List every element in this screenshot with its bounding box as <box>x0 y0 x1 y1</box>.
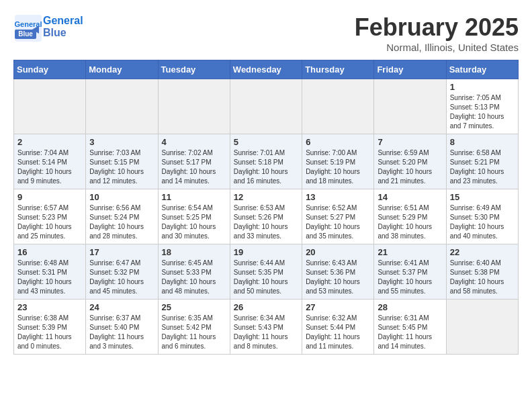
day-number: 19 <box>234 247 298 257</box>
month-title: February 2025 <box>355 13 519 42</box>
day-info: Sunrise: 7:02 AM Sunset: 5:17 PM Dayligh… <box>162 148 226 186</box>
calendar-cell: 26Sunrise: 6:34 AM Sunset: 5:43 PM Dayli… <box>230 300 302 355</box>
day-info: Sunrise: 6:32 AM Sunset: 5:44 PM Dayligh… <box>306 314 370 351</box>
day-number: 13 <box>306 192 370 202</box>
calendar-cell: 18Sunrise: 6:45 AM Sunset: 5:33 PM Dayli… <box>158 244 230 300</box>
calendar-cell: 6Sunrise: 7:00 AM Sunset: 5:19 PM Daylig… <box>302 134 374 189</box>
calendar-cell <box>14 79 86 134</box>
weekday-header-saturday: Saturday <box>446 60 518 79</box>
day-number: 14 <box>378 192 442 202</box>
weekday-header-sunday: Sunday <box>14 60 86 79</box>
day-number: 17 <box>89 247 154 257</box>
calendar-cell: 17Sunrise: 6:47 AM Sunset: 5:32 PM Dayli… <box>86 244 158 300</box>
calendar-cell: 3Sunrise: 7:03 AM Sunset: 5:15 PM Daylig… <box>86 134 158 189</box>
day-info: Sunrise: 7:03 AM Sunset: 5:15 PM Dayligh… <box>89 148 154 186</box>
day-info: Sunrise: 6:38 AM Sunset: 5:39 PM Dayligh… <box>17 314 82 351</box>
calendar-cell: 16Sunrise: 6:48 AM Sunset: 5:31 PM Dayli… <box>14 244 86 300</box>
day-number: 20 <box>306 247 370 257</box>
day-info: Sunrise: 6:51 AM Sunset: 5:29 PM Dayligh… <box>378 203 442 241</box>
weekday-header-friday: Friday <box>374 60 446 79</box>
day-number: 3 <box>89 137 154 147</box>
calendar-cell: 10Sunrise: 6:56 AM Sunset: 5:24 PM Dayli… <box>86 189 158 244</box>
day-number: 21 <box>378 247 442 257</box>
logo: General Blue General Blue <box>13 13 83 40</box>
svg-text:Blue: Blue <box>18 30 33 38</box>
day-number: 4 <box>162 137 226 147</box>
week-row-3: 9Sunrise: 6:57 AM Sunset: 5:23 PM Daylig… <box>14 189 519 244</box>
day-info: Sunrise: 6:31 AM Sunset: 5:45 PM Dayligh… <box>378 314 442 351</box>
day-number: 2 <box>17 137 82 147</box>
day-number: 9 <box>17 192 82 202</box>
calendar-cell <box>374 79 446 134</box>
day-info: Sunrise: 6:48 AM Sunset: 5:31 PM Dayligh… <box>17 259 82 296</box>
calendar-cell: 5Sunrise: 7:01 AM Sunset: 5:18 PM Daylig… <box>230 134 302 189</box>
calendar-cell: 27Sunrise: 6:32 AM Sunset: 5:44 PM Dayli… <box>302 300 374 355</box>
day-number: 8 <box>450 137 515 147</box>
day-number: 27 <box>306 302 370 312</box>
calendar-cell: 23Sunrise: 6:38 AM Sunset: 5:39 PM Dayli… <box>14 300 86 355</box>
day-number: 22 <box>450 247 515 257</box>
day-info: Sunrise: 6:58 AM Sunset: 5:21 PM Dayligh… <box>450 148 515 186</box>
day-number: 16 <box>17 247 82 257</box>
calendar-cell: 21Sunrise: 6:41 AM Sunset: 5:37 PM Dayli… <box>374 244 446 300</box>
day-number: 24 <box>89 302 154 312</box>
day-info: Sunrise: 7:05 AM Sunset: 5:13 PM Dayligh… <box>450 93 515 131</box>
day-number: 28 <box>378 302 442 312</box>
calendar-cell: 19Sunrise: 6:44 AM Sunset: 5:35 PM Dayli… <box>230 244 302 300</box>
day-number: 11 <box>162 192 226 202</box>
calendar-cell <box>302 79 374 134</box>
calendar-cell: 13Sunrise: 6:52 AM Sunset: 5:27 PM Dayli… <box>302 189 374 244</box>
day-info: Sunrise: 7:04 AM Sunset: 5:14 PM Dayligh… <box>17 148 82 186</box>
day-info: Sunrise: 7:01 AM Sunset: 5:18 PM Dayligh… <box>234 148 298 186</box>
week-row-4: 16Sunrise: 6:48 AM Sunset: 5:31 PM Dayli… <box>14 244 519 300</box>
header: General Blue General Blue February 2025 … <box>13 13 519 53</box>
day-number: 25 <box>162 302 226 312</box>
calendar-cell: 12Sunrise: 6:53 AM Sunset: 5:26 PM Dayli… <box>230 189 302 244</box>
day-info: Sunrise: 6:59 AM Sunset: 5:20 PM Dayligh… <box>378 148 442 186</box>
day-number: 26 <box>234 302 298 312</box>
calendar-cell <box>446 300 518 355</box>
calendar-cell: 22Sunrise: 6:40 AM Sunset: 5:38 PM Dayli… <box>446 244 518 300</box>
calendar-cell: 11Sunrise: 6:54 AM Sunset: 5:25 PM Dayli… <box>158 189 230 244</box>
calendar-cell: 1Sunrise: 7:05 AM Sunset: 5:13 PM Daylig… <box>446 79 518 134</box>
day-info: Sunrise: 6:49 AM Sunset: 5:30 PM Dayligh… <box>450 203 515 241</box>
calendar-cell <box>158 79 230 134</box>
day-number: 12 <box>234 192 298 202</box>
day-info: Sunrise: 6:52 AM Sunset: 5:27 PM Dayligh… <box>306 203 370 241</box>
location: Normal, Illinois, United States <box>355 42 519 53</box>
day-info: Sunrise: 6:41 AM Sunset: 5:37 PM Dayligh… <box>378 259 442 296</box>
title-area: February 2025 Normal, Illinois, United S… <box>355 13 519 53</box>
week-row-1: 1Sunrise: 7:05 AM Sunset: 5:13 PM Daylig… <box>14 79 519 134</box>
day-info: Sunrise: 6:34 AM Sunset: 5:43 PM Dayligh… <box>234 314 298 351</box>
day-info: Sunrise: 6:44 AM Sunset: 5:35 PM Dayligh… <box>234 259 298 296</box>
calendar-cell: 9Sunrise: 6:57 AM Sunset: 5:23 PM Daylig… <box>14 189 86 244</box>
day-number: 5 <box>234 137 298 147</box>
day-info: Sunrise: 6:54 AM Sunset: 5:25 PM Dayligh… <box>162 203 226 241</box>
calendar-cell <box>86 79 158 134</box>
weekday-header-monday: Monday <box>86 60 158 79</box>
day-info: Sunrise: 6:37 AM Sunset: 5:40 PM Dayligh… <box>89 314 154 351</box>
day-number: 15 <box>450 192 515 202</box>
calendar-body: 1Sunrise: 7:05 AM Sunset: 5:13 PM Daylig… <box>14 79 519 355</box>
day-info: Sunrise: 6:53 AM Sunset: 5:26 PM Dayligh… <box>234 203 298 241</box>
weekday-header-tuesday: Tuesday <box>158 60 230 79</box>
calendar-cell: 14Sunrise: 6:51 AM Sunset: 5:29 PM Dayli… <box>374 189 446 244</box>
day-info: Sunrise: 6:57 AM Sunset: 5:23 PM Dayligh… <box>17 203 82 241</box>
calendar-cell: 4Sunrise: 7:02 AM Sunset: 5:17 PM Daylig… <box>158 134 230 189</box>
day-info: Sunrise: 6:43 AM Sunset: 5:36 PM Dayligh… <box>306 259 370 296</box>
day-number: 10 <box>89 192 154 202</box>
calendar-cell: 28Sunrise: 6:31 AM Sunset: 5:45 PM Dayli… <box>374 300 446 355</box>
weekday-header: SundayMondayTuesdayWednesdayThursdayFrid… <box>14 60 519 79</box>
day-number: 23 <box>17 302 82 312</box>
calendar-cell: 7Sunrise: 6:59 AM Sunset: 5:20 PM Daylig… <box>374 134 446 189</box>
week-row-5: 23Sunrise: 6:38 AM Sunset: 5:39 PM Dayli… <box>14 300 519 355</box>
calendar-table: SundayMondayTuesdayWednesdayThursdayFrid… <box>13 60 519 355</box>
day-info: Sunrise: 6:40 AM Sunset: 5:38 PM Dayligh… <box>450 259 515 296</box>
day-info: Sunrise: 6:35 AM Sunset: 5:42 PM Dayligh… <box>162 314 226 351</box>
day-info: Sunrise: 6:47 AM Sunset: 5:32 PM Dayligh… <box>89 259 154 296</box>
day-number: 1 <box>450 82 515 92</box>
day-number: 7 <box>378 137 442 147</box>
calendar-cell: 20Sunrise: 6:43 AM Sunset: 5:36 PM Dayli… <box>302 244 374 300</box>
weekday-header-thursday: Thursday <box>302 60 374 79</box>
logo-icon: General Blue <box>13 13 40 40</box>
